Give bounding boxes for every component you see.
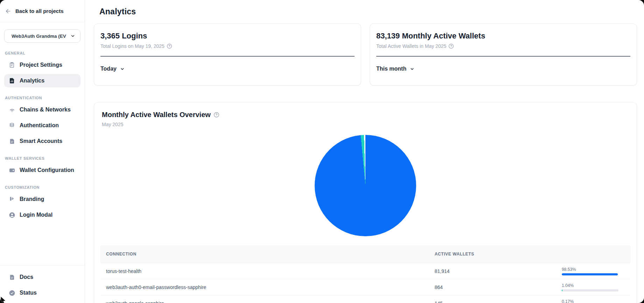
chevron-down-icon xyxy=(120,67,125,71)
active-wallets-stat-subtitle: Total Active Wallets in May 2025 xyxy=(376,43,446,49)
sidebar-item-project-settings[interactable]: Project Settings xyxy=(4,58,80,72)
user-circle-icon xyxy=(8,211,15,218)
sidebar-item-label: Smart Accounts xyxy=(20,138,62,144)
sidebar-item-authentication[interactable]: Authentication xyxy=(4,119,80,132)
active-wallets-range-dropdown[interactable]: This month xyxy=(376,66,414,72)
table-row: web3auth-auth0-email-passwordless-sapphi… xyxy=(100,279,630,295)
stat-cards-row: 3,365 Logins Total Logins on May 19, 202… xyxy=(94,23,637,86)
section-label-general: GENERAL xyxy=(5,51,80,55)
mau-overview-subtitle: May 2025 xyxy=(102,122,630,127)
sidebar: Back to all projects Web3Auth Grandma (E… xyxy=(0,0,85,303)
logins-stat-title: 3,365 Logins xyxy=(100,31,355,41)
logins-stat-card: 3,365 Logins Total Logins on May 19, 202… xyxy=(94,23,361,86)
main-content: Analytics 3,365 Logins Total Logins on M… xyxy=(85,0,644,303)
back-to-projects-label: Back to all projects xyxy=(15,8,64,14)
column-header-percent xyxy=(556,245,630,263)
sidebar-item-label: Status xyxy=(20,290,37,296)
section-label-wallet-services: WALLET SERVICES xyxy=(5,156,80,160)
percent-cell: 98.53% xyxy=(556,263,630,279)
sidebar-item-label: Login Modal xyxy=(20,212,52,218)
wifi-icon xyxy=(8,106,15,113)
app-window: Back to all projects Web3Auth Grandma (E… xyxy=(0,0,644,303)
check-circle-icon xyxy=(8,289,15,296)
percent-cell: 1.04% xyxy=(556,279,630,295)
back-to-projects-button[interactable]: Back to all projects xyxy=(0,0,85,22)
sidebar-item-status[interactable]: Status xyxy=(4,286,80,300)
active-wallets-cell: 81,914 xyxy=(429,263,556,279)
mau-overview-title: Monthly Active Wallets Overview xyxy=(102,111,211,119)
sidebar-item-label: Project Settings xyxy=(20,62,62,68)
table-row: torus-test-health 81,914 98.53% xyxy=(100,263,630,279)
sidebar-item-wallet-configuration[interactable]: Wallet Configuration xyxy=(4,164,80,177)
sidebar-item-label: Branding xyxy=(20,196,44,202)
sidebar-item-branding[interactable]: Branding xyxy=(4,193,80,206)
active-wallets-stat-title: 83,139 Monthly Active Wallets xyxy=(376,31,630,41)
project-selector-value: Web3Auth Grandma (EV xyxy=(12,34,66,39)
sidebar-item-docs[interactable]: Docs xyxy=(4,270,80,284)
help-circle-icon[interactable] xyxy=(448,43,454,49)
section-label-customization: CUSTOMIZATION xyxy=(5,185,80,189)
help-circle-icon[interactable] xyxy=(167,43,172,49)
sidebar-item-label: Authentication xyxy=(20,122,59,129)
active-wallets-cell: 145 xyxy=(429,295,556,303)
connection-cell: torus-test-health xyxy=(100,263,429,279)
mouse-cursor xyxy=(0,296,7,303)
percent-bar-track xyxy=(562,273,618,275)
clipboard-icon xyxy=(8,62,15,68)
percent-bar-track xyxy=(562,289,618,291)
sidebar-footer: Docs Status xyxy=(0,265,85,303)
analytics-doc-icon xyxy=(8,77,15,84)
help-circle-icon[interactable] xyxy=(214,112,219,118)
column-header-connection: CONNECTION xyxy=(100,245,429,263)
chevron-down-icon xyxy=(70,34,75,38)
percent-label: 98.53% xyxy=(562,267,625,272)
table-row: web3auth-google-sapphire 145 0.17% xyxy=(100,295,630,303)
connections-table: CONNECTION ACTIVE WALLETS torus-test-hea… xyxy=(100,245,630,303)
logins-stat-subtitle: Total Logins on May 19, 2025 xyxy=(100,43,164,49)
percent-label: 0.17% xyxy=(562,299,625,303)
sidebar-item-analytics[interactable]: Analytics xyxy=(4,74,80,87)
percent-bar-fill xyxy=(562,289,562,291)
arrow-left-icon xyxy=(5,8,11,14)
logins-range-value: Today xyxy=(100,66,117,72)
file-icon xyxy=(8,138,15,145)
mau-overview-card: Monthly Active Wallets Overview May 2025… xyxy=(94,102,637,303)
connection-cell: web3auth-google-sapphire xyxy=(100,295,429,303)
sidebar-item-label: Wallet Configuration xyxy=(20,167,74,173)
section-label-authentication: AUTHENTICATION xyxy=(5,96,80,100)
wallet-icon xyxy=(8,167,15,174)
database-icon xyxy=(8,122,15,129)
file-icon xyxy=(8,274,15,281)
active-wallets-cell: 864 xyxy=(429,279,556,295)
sidebar-item-login-modal[interactable]: Login Modal xyxy=(4,208,80,222)
project-selector-dropdown[interactable]: Web3Auth Grandma (EV xyxy=(4,29,80,43)
stat-card-divider xyxy=(376,56,630,57)
active-wallets-stat-card: 83,139 Monthly Active Wallets Total Acti… xyxy=(370,23,637,86)
table-header-row: CONNECTION ACTIVE WALLETS xyxy=(100,245,630,263)
connection-cell: web3auth-auth0-email-passwordless-sapphi… xyxy=(100,279,429,295)
percent-bar-fill xyxy=(562,273,618,275)
sidebar-item-label: Analytics xyxy=(20,78,44,84)
stat-card-divider xyxy=(100,56,355,57)
brush-icon xyxy=(8,196,15,203)
logins-range-dropdown[interactable]: Today xyxy=(100,66,125,72)
percent-cell: 0.17% xyxy=(556,295,630,303)
sidebar-item-label: Docs xyxy=(20,274,33,280)
sidebar-item-chains-networks[interactable]: Chains & Networks xyxy=(4,103,80,116)
page-title: Analytics xyxy=(99,7,637,16)
sidebar-item-smart-accounts[interactable]: Smart Accounts xyxy=(4,135,80,148)
active-wallets-range-value: This month xyxy=(376,66,406,72)
chevron-down-icon xyxy=(410,67,414,71)
column-header-active-wallets: ACTIVE WALLETS xyxy=(429,245,556,263)
sidebar-item-label: Chains & Networks xyxy=(20,107,71,113)
percent-label: 1.04% xyxy=(562,283,625,288)
mau-pie-chart[interactable] xyxy=(315,135,416,236)
